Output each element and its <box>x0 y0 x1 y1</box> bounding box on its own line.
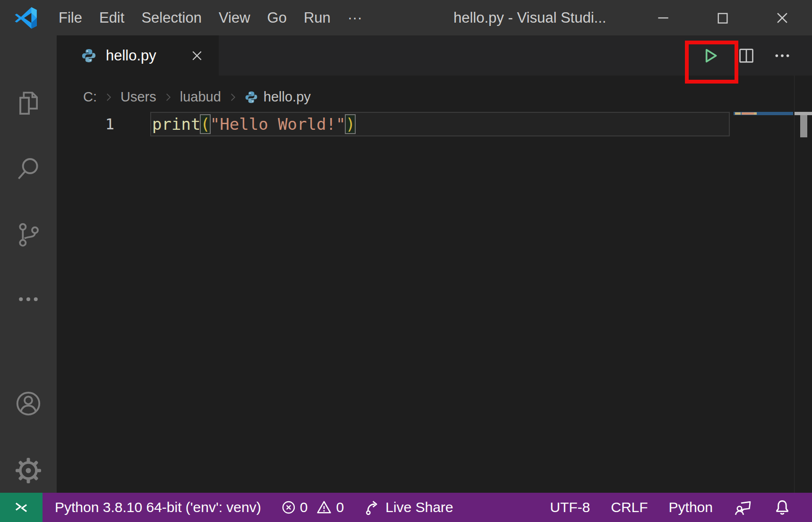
live-share-label: Live Share <box>385 499 453 515</box>
breadcrumb-drive[interactable]: C: <box>83 89 97 105</box>
encoding-status[interactable]: UTF-8 <box>550 499 590 515</box>
token-print: print <box>152 115 200 134</box>
menu-selection[interactable]: Selection <box>133 0 210 35</box>
status-bar: Python 3.8.10 64-bit ('env': venv) 0 0 <box>0 493 812 522</box>
more-actions-button[interactable] <box>771 45 793 67</box>
overview-ruler-cursor-marker <box>795 112 812 115</box>
search-icon[interactable] <box>14 155 43 183</box>
window-title: hello.py - Visual Studi... <box>453 9 642 26</box>
tab-bar: hello.py <box>57 35 812 76</box>
menu-file[interactable]: File <box>50 0 91 35</box>
eol-status[interactable]: CRLF <box>611 499 648 515</box>
main-area: hello.py <box>0 35 812 493</box>
activity-bar <box>0 35 57 493</box>
breadcrumb-luabud[interactable]: luabud <box>180 89 221 105</box>
notifications-button[interactable] <box>773 498 791 516</box>
tab-hello-py[interactable]: hello.py <box>57 35 219 76</box>
editor-actions <box>700 35 812 76</box>
token-string: "Hello World!" <box>210 115 346 134</box>
close-window-button[interactable] <box>771 6 793 30</box>
menu-go[interactable]: Go <box>259 0 295 35</box>
status-right-group: UTF-8 CRLF Python <box>550 498 812 517</box>
chevron-right-icon <box>103 91 115 103</box>
code-line-1[interactable]: 1 print("Hello World!") <box>57 112 812 136</box>
problems-status[interactable]: 0 0 <box>281 499 344 515</box>
source-control-icon[interactable] <box>14 221 43 248</box>
minimap-line-1 <box>734 112 793 115</box>
code-text[interactable]: print("Hello World!") <box>152 115 355 134</box>
feedback-icon <box>734 498 752 517</box>
minimap[interactable] <box>734 76 794 493</box>
python-file-icon <box>245 91 258 104</box>
breadcrumb-users[interactable]: Users <box>120 89 156 105</box>
menu-run[interactable]: Run <box>295 0 339 35</box>
account-icon[interactable] <box>14 389 43 418</box>
vertical-scrollbar[interactable] <box>794 76 812 493</box>
scrollbar-thumb[interactable] <box>800 115 807 137</box>
menu-edit[interactable]: Edit <box>91 0 133 35</box>
tab-close-icon[interactable] <box>188 47 205 64</box>
menu-view[interactable]: View <box>210 0 259 35</box>
minimize-button[interactable] <box>652 6 674 30</box>
run-play-icon <box>701 46 720 65</box>
ellipsis-icon <box>773 46 792 65</box>
language-mode-status[interactable]: Python <box>669 499 713 515</box>
error-count: 0 <box>300 499 308 515</box>
explorer-icon[interactable] <box>14 89 43 117</box>
python-file-icon <box>81 48 96 63</box>
run-python-file-button[interactable] <box>700 45 721 67</box>
tab-label: hello.py <box>106 47 179 64</box>
remote-icon <box>12 498 30 516</box>
warning-count: 0 <box>336 499 344 515</box>
settings-gear-icon[interactable] <box>14 456 43 485</box>
title-bar: File Edit Selection View Go Run ··· hell… <box>0 0 812 35</box>
live-share-icon <box>364 499 381 516</box>
bell-icon <box>773 498 791 516</box>
menu-more[interactable]: ··· <box>339 0 371 35</box>
split-editor-icon <box>737 47 755 65</box>
menu-bar: File Edit Selection View Go Run ··· <box>50 0 371 35</box>
token-open-paren: ( <box>200 115 210 134</box>
split-editor-button[interactable] <box>735 45 757 67</box>
vscode-window: File Edit Selection View Go Run ··· hell… <box>0 0 812 522</box>
vscode-logo-icon <box>12 6 40 30</box>
token-close-paren: ) <box>345 115 355 134</box>
live-share-status[interactable]: Live Share <box>364 499 453 516</box>
warning-icon <box>316 499 332 515</box>
maximize-button[interactable] <box>712 6 734 30</box>
chevron-right-icon <box>227 91 239 103</box>
feedback-button[interactable] <box>734 498 752 517</box>
editor-column: hello.py <box>57 35 812 493</box>
error-icon <box>281 500 296 515</box>
line-number[interactable]: 1 <box>57 115 152 133</box>
editor-pane[interactable]: C: Users luabud <box>57 76 812 493</box>
remote-indicator[interactable] <box>0 493 43 522</box>
python-interpreter-status[interactable]: Python 3.8.10 64-bit ('env': venv) <box>55 499 261 515</box>
chevron-right-icon <box>162 91 174 103</box>
more-views-icon[interactable] <box>14 286 43 312</box>
status-left-group: Python 3.8.10 64-bit ('env': venv) 0 0 <box>55 499 453 516</box>
window-controls <box>652 6 812 30</box>
breadcrumb: C: Users luabud <box>57 76 812 112</box>
breadcrumb-filename[interactable]: hello.py <box>264 89 311 105</box>
